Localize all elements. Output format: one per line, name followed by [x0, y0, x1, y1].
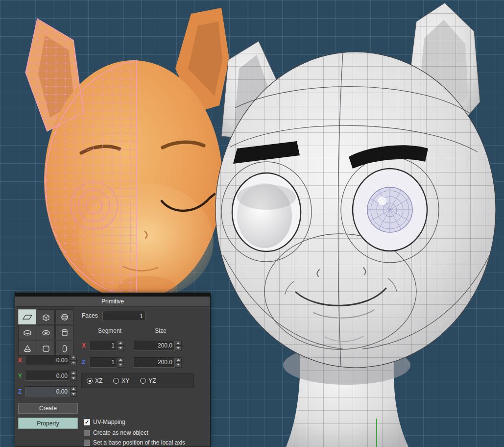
rounded-cube-icon	[40, 344, 52, 353]
base-position-checkbox[interactable]: Set a base position of the local axis	[84, 439, 185, 447]
check-icon: ✓	[85, 420, 89, 425]
primitive-capsule-button[interactable]	[55, 341, 73, 356]
panel-title[interactable]: Primitive	[15, 297, 210, 307]
z-size-input[interactable]	[134, 357, 175, 368]
z-segment-row: Z	[82, 357, 182, 368]
y-position-input[interactable]	[25, 371, 70, 381]
z-segment-spin-up[interactable]	[117, 357, 124, 363]
primitive-rounded-cube-button[interactable]	[37, 341, 55, 356]
z-segment-spinner	[117, 357, 124, 368]
z-position-axis-label: Z	[18, 388, 25, 395]
checkbox-icon	[84, 430, 90, 436]
faces-input[interactable]	[102, 311, 145, 321]
y-position-axis-label: Y	[18, 372, 25, 379]
primitive-disc-button[interactable]	[18, 325, 36, 340]
primitive-plane-button[interactable]	[18, 309, 36, 324]
viewport[interactable]: Primitive	[0, 0, 504, 447]
textured-head-model[interactable]	[20, 8, 229, 303]
x-position-spin-down[interactable]	[70, 360, 77, 366]
size-header: Size	[141, 327, 180, 334]
x-axis-label: X	[82, 342, 89, 349]
z-axis-label: Z	[82, 359, 89, 366]
radio-selected-icon	[87, 378, 93, 384]
primitive-cylinder-button[interactable]	[55, 325, 73, 340]
plane-option-xz[interactable]: XZ	[87, 377, 102, 384]
radio-icon	[140, 378, 146, 384]
primitive-panel: Primitive	[15, 293, 211, 447]
torus-icon	[40, 328, 52, 338]
create-as-new-object-checkbox[interactable]: Create as new object	[84, 429, 148, 437]
pink-edit-wireframe	[20, 14, 142, 303]
x-position-axis-label: X	[18, 357, 25, 364]
x-segment-spin-up[interactable]	[117, 341, 124, 346]
z-position-spin-down[interactable]	[70, 392, 77, 397]
plane-option-yz[interactable]: YZ	[140, 377, 156, 384]
y-position-spin-up[interactable]	[70, 371, 77, 376]
plane-orientation-group: XZ XY YZ	[81, 373, 194, 388]
checkbox-icon	[84, 440, 90, 446]
segment-header: Segment	[90, 327, 129, 334]
primitive-cone-button[interactable]	[18, 341, 36, 356]
x-position-row: X	[18, 355, 77, 365]
x-segment-spin-down[interactable]	[117, 346, 124, 351]
radio-label-yz: YZ	[148, 377, 156, 384]
create-button[interactable]: Create	[18, 403, 78, 414]
x-segment-spinner	[117, 341, 124, 351]
cylinder-icon	[59, 328, 71, 338]
z-position-spin-up[interactable]	[70, 386, 77, 392]
z-position-spinner	[70, 386, 77, 397]
radio-label-xy: XY	[121, 377, 129, 384]
y-position-spinner	[70, 371, 77, 381]
cone-icon	[22, 344, 33, 353]
x-size-spinner	[175, 341, 182, 351]
create-as-new-object-label: Create as new object	[93, 429, 148, 436]
primitive-type-grid	[18, 309, 73, 356]
panel-top-edge	[15, 293, 210, 297]
x-segment-row: X	[82, 340, 182, 351]
disc-icon	[22, 328, 33, 338]
property-button[interactable]: Property	[18, 418, 78, 429]
z-position-row: Z	[18, 386, 77, 397]
x-position-spinner	[70, 355, 77, 365]
cube-icon	[40, 312, 52, 322]
x-position-input[interactable]	[25, 355, 70, 365]
y-position-spin-down[interactable]	[70, 376, 77, 381]
z-size-spin-up[interactable]	[175, 357, 182, 363]
right-eye	[353, 169, 427, 251]
z-size-spinner	[175, 357, 182, 368]
primitive-torus-button[interactable]	[37, 325, 55, 340]
radio-icon	[113, 378, 119, 384]
plane-option-xy[interactable]: XY	[113, 377, 129, 384]
left-eye	[232, 173, 301, 251]
z-segment-spin-down[interactable]	[117, 362, 124, 368]
checkbox-checked-icon: ✓	[84, 419, 90, 425]
z-segment-input[interactable]	[90, 357, 117, 368]
uv-mapping-checkbox[interactable]: ✓ UV-Mapping	[84, 418, 125, 426]
primitive-cube-button[interactable]	[37, 309, 55, 324]
y-axis-line	[376, 419, 377, 447]
faces-label: Faces	[82, 312, 98, 319]
primitive-sphere-button[interactable]	[55, 309, 73, 324]
x-size-spin-down[interactable]	[175, 346, 182, 351]
x-size-spin-up[interactable]	[175, 341, 182, 346]
radio-label-xz: XZ	[95, 377, 102, 384]
wireframe-head-model[interactable]	[211, 0, 504, 447]
z-size-spin-down[interactable]	[175, 362, 182, 368]
x-segment-input[interactable]	[90, 341, 117, 351]
y-position-row: Y	[18, 371, 77, 381]
x-size-input[interactable]	[134, 341, 175, 351]
plane-icon	[22, 312, 33, 322]
z-position-input[interactable]	[25, 386, 70, 397]
uv-mapping-label: UV-Mapping	[93, 419, 125, 425]
base-position-label: Set a base position of the local axis	[93, 439, 185, 446]
sphere-icon	[59, 312, 71, 322]
capsule-icon	[59, 344, 71, 353]
x-position-spin-up[interactable]	[70, 355, 77, 360]
